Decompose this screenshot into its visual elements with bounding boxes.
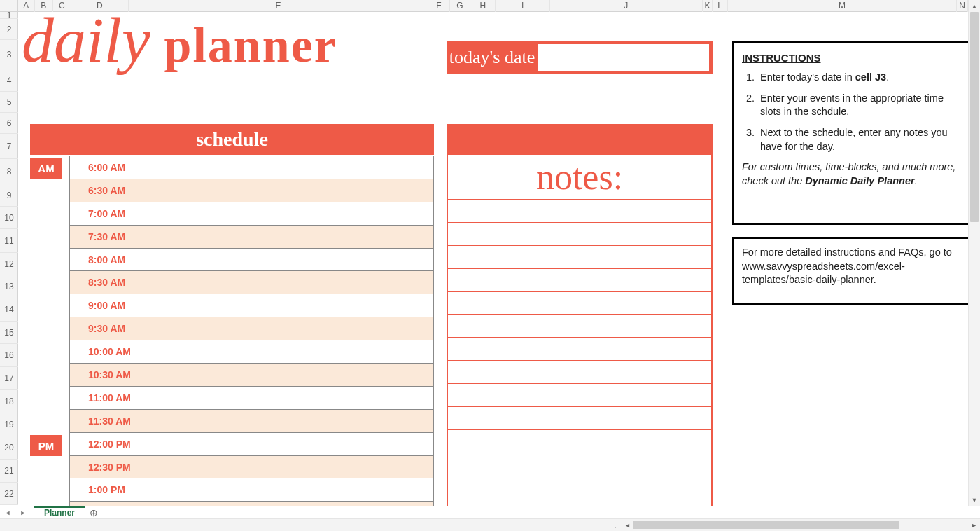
notes-line[interactable]: [447, 476, 713, 499]
row-header[interactable]: 1: [0, 12, 18, 19]
sheet-area[interactable]: daily planner today's date schedule AM P…: [18, 12, 968, 506]
row-header[interactable]: 17: [0, 367, 18, 390]
schedule-slot[interactable]: 11:30 AM: [69, 410, 434, 433]
scroll-left-icon[interactable]: ◄: [622, 522, 634, 529]
vscroll-thumb[interactable]: [970, 12, 979, 222]
schedule-body: 6:00 AM6:30 AM7:00 AM7:30 AM8:00 AM8:30 …: [69, 156, 434, 506]
todays-date-block: today's date: [447, 41, 713, 74]
notes-header: [447, 124, 713, 155]
title-bold: planner: [150, 18, 337, 72]
notes-line[interactable]: [447, 200, 713, 223]
schedule-slot[interactable]: 8:30 AM: [69, 271, 434, 294]
tab-prev-icon[interactable]: ◄: [0, 506, 15, 518]
row-header[interactable]: 20: [0, 436, 18, 460]
row-header[interactable]: 9: [0, 184, 18, 207]
row-header[interactable]: 15: [0, 322, 18, 344]
column-header[interactable]: H: [470, 0, 496, 12]
schedule-slot[interactable]: 10:30 AM: [69, 364, 434, 387]
row-header[interactable]: 2: [0, 19, 18, 40]
row-header[interactable]: 4: [0, 69, 18, 92]
row-header[interactable]: 19: [0, 413, 18, 436]
notes-line[interactable]: [447, 499, 713, 506]
schedule-slot[interactable]: 8:00 AM: [69, 249, 434, 272]
instruction-item: Enter your events in the appropriate tim…: [757, 92, 960, 119]
am-badge: AM: [30, 158, 62, 179]
horizontal-scrollbar[interactable]: ⋮ ◄ ►: [0, 518, 980, 531]
schedule-slot[interactable]: 7:00 AM: [69, 202, 434, 226]
title-script: daily: [22, 12, 150, 76]
todays-date-cell[interactable]: [538, 44, 709, 71]
instructions-box: INSTRUCTIONS Enter today's date in cell …: [732, 41, 968, 225]
schedule-slot[interactable]: 10:00 AM: [69, 340, 434, 364]
schedule-slot[interactable]: 11:00 AM: [69, 387, 434, 410]
column-header[interactable]: N: [957, 0, 968, 12]
schedule-slot[interactable]: 9:00 AM: [69, 294, 434, 317]
notes-line[interactable]: [447, 292, 713, 315]
column-header[interactable]: F: [428, 0, 449, 12]
notes-line[interactable]: [447, 246, 713, 269]
column-header[interactable]: J: [550, 0, 703, 12]
column-header[interactable]: M: [728, 0, 957, 12]
row-header[interactable]: 3: [0, 40, 18, 69]
schedule-slot[interactable]: 12:00 PM: [69, 433, 434, 456]
notes-line[interactable]: [447, 315, 713, 338]
row-headers: 12345678910111213141516171819202122: [0, 12, 18, 505]
column-header[interactable]: G: [450, 0, 470, 12]
column-header[interactable]: C: [53, 0, 71, 12]
notes-line[interactable]: [447, 223, 713, 246]
schedule-slot[interactable]: 6:30 AM: [69, 179, 434, 202]
row-header[interactable]: 12: [0, 253, 18, 275]
notes-line[interactable]: [447, 361, 713, 384]
row-header[interactable]: 13: [0, 275, 18, 298]
instruction-item: Next to the schedule, enter any notes yo…: [757, 126, 960, 153]
row-header[interactable]: 11: [0, 229, 18, 253]
row-header[interactable]: 16: [0, 344, 18, 367]
row-header[interactable]: 8: [0, 159, 18, 184]
column-header[interactable]: K: [703, 0, 713, 12]
column-header[interactable]: D: [71, 0, 129, 12]
excel-window: ABCDEFGHIJKLMN 1234567891011121314151617…: [0, 0, 980, 531]
row-header[interactable]: 21: [0, 460, 18, 483]
hscroll-split-icon[interactable]: ⋮: [609, 521, 622, 529]
column-header[interactable]: L: [713, 0, 728, 12]
scroll-right-icon[interactable]: ►: [968, 522, 980, 529]
sheet-tab[interactable]: Planner: [34, 506, 85, 518]
row-header[interactable]: 7: [0, 134, 18, 159]
new-sheet-button[interactable]: ⊕: [85, 506, 102, 518]
notes-block: notes:: [447, 124, 713, 506]
notes-line[interactable]: [447, 384, 713, 407]
schedule-slot[interactable]: 1:00 PM: [69, 478, 434, 502]
row-header[interactable]: 14: [0, 298, 18, 322]
vscroll-track[interactable]: [969, 12, 980, 494]
column-header[interactable]: A: [18, 0, 35, 12]
instruction-item: Enter today's date in cell J3.: [757, 71, 960, 85]
notes-line[interactable]: [447, 407, 713, 430]
instructions-footer: For custom times, time-blocks, and much …: [742, 160, 960, 188]
vertical-scrollbar[interactable]: ▲ ▼: [968, 0, 980, 506]
notes-line[interactable]: [447, 338, 713, 361]
row-header[interactable]: 5: [0, 92, 18, 113]
scroll-up-icon[interactable]: ▲: [969, 0, 980, 12]
schedule-slot[interactable]: 12:30 PM: [69, 456, 434, 479]
column-header[interactable]: I: [496, 0, 550, 12]
notes-line[interactable]: [447, 453, 713, 476]
scroll-down-icon[interactable]: ▼: [969, 494, 980, 506]
hscroll-track[interactable]: [634, 520, 968, 530]
row-header[interactable]: 10: [0, 207, 18, 229]
notes-line[interactable]: [447, 430, 713, 453]
tab-next-icon[interactable]: ►: [15, 506, 31, 518]
column-header[interactable]: E: [129, 0, 428, 12]
schedule-slot[interactable]: 7:30 AM: [69, 226, 434, 249]
page-title: daily planner: [22, 12, 337, 72]
schedule-slot[interactable]: 6:00 AM: [69, 156, 434, 179]
notes-line[interactable]: [447, 269, 713, 292]
row-header[interactable]: 22: [0, 483, 18, 505]
hscroll-thumb[interactable]: [634, 521, 899, 529]
row-header[interactable]: 18: [0, 390, 18, 413]
schedule-slot[interactable]: 9:30 AM: [69, 317, 434, 340]
notes-title-row: notes:: [447, 155, 713, 200]
column-header[interactable]: B: [35, 0, 53, 12]
row-header[interactable]: 6: [0, 113, 18, 134]
notes-title: notes:: [536, 156, 623, 198]
pm-badge: PM: [30, 435, 62, 456]
